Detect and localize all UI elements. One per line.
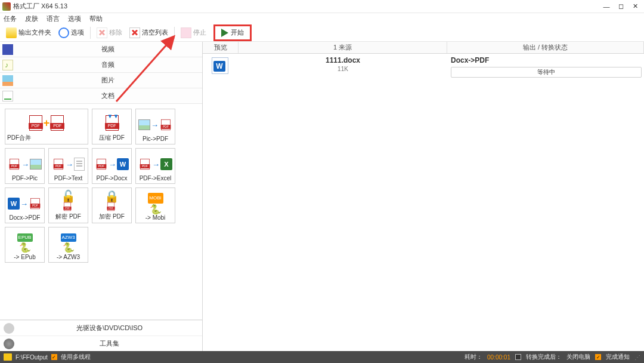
header-source[interactable]: 1 来源 [239,42,447,53]
menu-language[interactable]: 语言 [47,14,60,23]
text-icon [74,158,85,171]
elapsed-time: 00:00:01 [487,354,510,361]
app-icon [2,2,11,11]
tile-pdf-merge[interactable]: +PDF合并 [5,109,88,144]
tile-compress-pdf[interactable]: ▼▼压缩 PDF [92,109,132,144]
start-label: 开始 [231,28,244,37]
tile-label: -> AZW3 [57,254,80,260]
image-icon [30,159,42,170]
tile-pdf-to-excel[interactable]: →XPDF->Excel [135,148,175,184]
clear-list-button[interactable]: 清空列表 [127,26,171,40]
elapsed-label: 耗时： [465,353,482,361]
maximize-button[interactable]: ◻ [614,2,627,11]
remove-button[interactable]: 移除 [94,26,125,40]
notify-checkbox[interactable]: ✓ [595,354,601,360]
pdf-icon [10,159,18,170]
unlock-icon: 🔓 [61,189,76,204]
word-icon: W [117,158,129,170]
after-convert-label: 转换完成后： [526,353,562,361]
video-icon [2,44,13,55]
pdf-icon [161,119,170,130]
tile-to-mobi[interactable]: MOBI🐍-> Mobi [135,187,175,223]
notify-label: 完成通知 [606,353,630,361]
window-title: 格式工厂 X64 5.13 [13,2,600,11]
category-label: 光驱设备\DVD\CD\ISO [17,324,202,333]
tile-label: 加密 PDF [99,213,125,221]
category-toolbox[interactable]: 工具集 [0,336,202,351]
folder-icon[interactable] [4,353,12,361]
status-bar: F:\FFOutput ✓ 使用多线程 耗时： 00:00:01 转换完成后： … [0,351,644,363]
after-convert-checkbox[interactable] [515,354,521,360]
tile-label: PDF->Text [54,175,83,182]
menu-skin[interactable]: 皮肤 [25,14,38,23]
file-thumbnail: W [212,57,230,75]
tile-docx-to-pdf[interactable]: W→Docx->PDF [5,187,45,223]
minimize-button[interactable]: — [600,2,613,11]
close-button[interactable]: ✕ [628,2,642,11]
audio-icon [2,60,13,70]
tile-label: PDF->Excel [140,175,172,182]
pdf-icon [107,202,114,211]
left-pane: 视频 音频 图片 文档 +PDF合并 ▼▼压缩 PDF →Pic->PDF →P… [0,42,203,351]
remove-icon [97,27,107,38]
start-button[interactable]: 开始 [213,24,252,41]
tile-to-epub[interactable]: EPUB🐍-> EPub [5,227,45,263]
file-size: 11K [239,66,447,72]
play-icon [221,29,228,37]
resize-grip[interactable]: ⋰ [634,354,640,361]
shutdown-label[interactable]: 关闭电脑 [566,353,590,361]
tile-pic-to-pdf[interactable]: →Pic->PDF [135,109,175,144]
toolbar-separator [174,27,175,39]
remove-label: 移除 [109,28,122,37]
category-document[interactable]: 文档 [0,88,202,104]
stop-label: 停止 [193,28,206,37]
option-icon [58,27,69,38]
pdf-icon [29,115,42,131]
menu-task[interactable]: 任务 [4,14,17,23]
category-label: 音频 [13,60,202,69]
tile-encrypt-pdf[interactable]: 🔒加密 PDF [92,187,132,223]
tile-label: 压缩 PDF [99,134,125,142]
pdf-icon [97,159,106,170]
toolbar-separator [90,27,91,39]
category-label: 文档 [13,91,202,100]
category-optical[interactable]: 光驱设备\DVD\CD\ISO [0,320,202,336]
list-row[interactable]: W 1111.docx11K Docx->PDF等待中 [203,54,644,78]
output-folder-button[interactable]: 输出文件夹 [4,26,54,40]
pdf-icon [51,115,64,131]
option-button[interactable]: 选项 [56,26,86,40]
right-pane: 预览 1 来源 输出 / 转换状态 W 1111.docx11K Docx->P… [203,42,644,351]
output-path[interactable]: F:\FFOutput [16,354,48,361]
menu-bar: 任务 皮肤 语言 选项 帮助 [0,13,644,24]
header-preview[interactable]: 预览 [203,42,239,53]
pdf-icon [30,198,39,209]
category-image[interactable]: 图片 [0,73,202,88]
clear-icon [129,27,140,38]
tile-decrypt-pdf[interactable]: 🔓解密 PDF [48,187,88,223]
file-name: 1111.docx [239,56,447,64]
output-folder-label: 输出文件夹 [18,28,51,37]
category-label: 视频 [13,45,202,54]
menu-option[interactable]: 选项 [68,14,81,23]
header-output[interactable]: 输出 / 转换状态 [447,42,644,53]
output-format: Docx->PDF [451,56,644,64]
menu-help[interactable]: 帮助 [89,14,103,23]
excel-icon: X [160,158,172,170]
status-box: 等待中 [451,67,642,78]
category-audio[interactable]: 音频 [0,57,202,73]
stop-button[interactable]: 停止 [178,26,209,40]
epub-icon: EPUB [17,233,33,242]
category-label: 工具集 [17,339,202,348]
lock-icon: 🔒 [104,189,119,204]
document-icon [2,91,13,101]
tile-to-azw3[interactable]: AZW3🐍-> AZW3 [48,227,88,263]
multithread-checkbox[interactable]: ✓ [51,354,57,360]
tile-label: PDF->Docx [97,175,128,182]
tile-pdf-to-docx[interactable]: →WPDF->Docx [92,148,132,184]
category-video[interactable]: 视频 [0,42,202,57]
tile-label: Docx->PDF [10,214,41,221]
tile-label: -> Mobi [145,214,166,221]
tile-pdf-to-pic[interactable]: →PDF->Pic [5,148,45,184]
image-icon [138,119,150,130]
tile-pdf-to-text[interactable]: →PDF->Text [48,148,88,184]
